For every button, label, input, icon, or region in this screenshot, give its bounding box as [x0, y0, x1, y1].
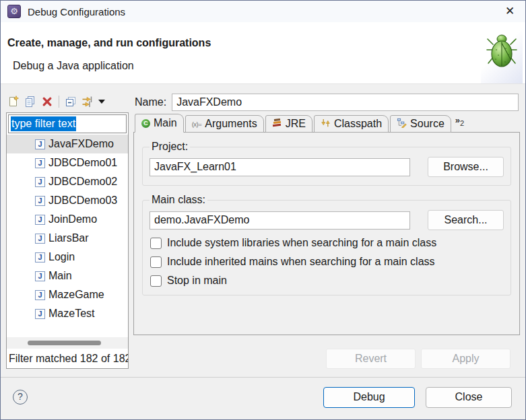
tree-item-label: JDBCDemo01	[48, 157, 117, 169]
name-input[interactable]	[172, 94, 519, 111]
tree-item-label: JDBCDemo03	[48, 195, 117, 207]
main-class-field-row: Search...	[150, 210, 504, 230]
browse-button[interactable]: Browse...	[428, 157, 504, 177]
java-application-icon: J	[35, 309, 45, 319]
project-field-row: Browse...	[150, 157, 504, 177]
debug-configurations-dialog: ⚙ Debug Configurations ✕ Create, manage,…	[0, 0, 526, 420]
toolbar-menu-dropdown-icon[interactable]	[98, 100, 105, 107]
java-application-icon: J	[35, 158, 45, 168]
configurations-tree-panel: type filter text J JavaFXDemo J JDBCDemo…	[6, 112, 129, 369]
tree-horizontal-scrollbar[interactable]	[7, 337, 128, 349]
main-class-group-label: Main class:	[150, 194, 207, 206]
tabs-overflow-indicator[interactable]: »2	[453, 115, 468, 133]
banner	[481, 22, 523, 83]
tree-item-liarsbar[interactable]: J LiarsBar	[7, 229, 128, 248]
filter-input-selected-text: type filter text	[11, 116, 76, 131]
checkbox-label: Include system libraries when searching …	[167, 237, 436, 249]
checkbox-unchecked-icon[interactable]	[150, 238, 162, 249]
tree-item-mazegame[interactable]: J MazeGame	[7, 285, 128, 304]
tree-item-label: MazeGame	[48, 289, 104, 301]
checkbox-label: Stop in main	[167, 275, 227, 287]
tree-item-label: JavaFXDemo	[48, 138, 114, 150]
tree-item-mazetest[interactable]: J MazeTest	[7, 304, 128, 323]
tree-item-joindemo[interactable]: J JoinDemo	[7, 210, 128, 229]
project-input[interactable]	[150, 158, 410, 176]
name-row: Name:	[133, 92, 520, 111]
main-class-input[interactable]	[150, 211, 410, 230]
dialog-footer: ? Debug Close	[1, 377, 525, 419]
tree-item-main[interactable]: J Main	[7, 267, 128, 285]
checkbox-unchecked-icon[interactable]	[150, 275, 162, 287]
java-application-icon: J	[35, 290, 45, 300]
help-icon[interactable]: ?	[13, 390, 28, 405]
sidebar-toolbar	[6, 92, 129, 112]
tree-item-login[interactable]: J Login	[7, 248, 128, 267]
tree-item-jdbcdemo03[interactable]: J JDBCDemo03	[7, 191, 128, 210]
tab-classpath[interactable]: Classpath	[314, 115, 389, 133]
overflow-chevron: »	[455, 115, 460, 125]
tab-jre[interactable]: JRE	[265, 115, 313, 133]
tree-item-label: LiarsBar	[48, 232, 89, 244]
tree-item-label: Login	[48, 251, 75, 263]
arguments-tab-icon: (x)=	[192, 120, 202, 128]
close-button[interactable]: Close	[426, 387, 512, 408]
checkbox-label: Include inherited mains when searching f…	[167, 256, 435, 268]
tab-label: Classpath	[334, 118, 382, 130]
java-application-icon: J	[35, 271, 45, 281]
overflow-count: 2	[460, 119, 464, 127]
tab-arguments[interactable]: (x)= Arguments	[185, 115, 264, 133]
java-application-icon: J	[35, 252, 45, 262]
include-system-libraries-option[interactable]: Include system libraries when searching …	[150, 237, 504, 249]
collapse-all-icon[interactable]	[65, 96, 77, 108]
configurations-tree: J JavaFXDemo J JDBCDemo01 J JDBCDemo02 J…	[7, 135, 128, 337]
stop-in-main-option[interactable]: Stop in main	[150, 275, 504, 287]
delete-configuration-icon[interactable]	[41, 96, 53, 108]
tree-item-jdbcdemo01[interactable]: J JDBCDemo01	[7, 153, 128, 172]
main-tab-icon: C	[141, 119, 150, 128]
apply-button[interactable]: Apply	[421, 349, 511, 369]
java-application-icon: J	[35, 139, 45, 149]
include-inherited-mains-option[interactable]: Include inherited mains when searching f…	[150, 256, 504, 268]
name-label: Name:	[135, 96, 166, 108]
checkbox-unchecked-icon[interactable]	[150, 256, 162, 268]
title-bar: ⚙ Debug Configurations ✕	[1, 1, 525, 22]
jre-tab-icon	[272, 118, 282, 130]
filter-match-status: Filter matched 182 of 182 items	[7, 349, 128, 368]
debug-bug-icon	[486, 32, 517, 74]
tree-item-jdbcdemo02[interactable]: J JDBCDemo02	[7, 172, 128, 191]
new-configuration-icon[interactable]	[7, 96, 20, 108]
tab-label: Main	[154, 117, 177, 129]
revert-button[interactable]: Revert	[326, 349, 416, 369]
main-tab-content: Project: Browse... Main class: Search...	[133, 132, 520, 335]
duplicate-configuration-icon[interactable]	[24, 96, 36, 108]
tab-source[interactable]: Source	[390, 115, 451, 133]
tab-label: JRE	[286, 118, 306, 130]
configuration-detail-panel: Name: C Main (x)= Arguments	[133, 92, 520, 369]
main-class-group: Main class: Search... Include system lib…	[142, 194, 511, 295]
configurations-sidebar: type filter text J JavaFXDemo J JDBCDemo…	[6, 92, 129, 369]
java-application-icon: J	[35, 215, 45, 225]
java-application-icon: J	[35, 177, 45, 187]
window-close-button[interactable]: ✕	[494, 1, 525, 22]
debug-config-window-icon: ⚙	[7, 5, 21, 18]
filter-launch-configurations-icon[interactable]	[81, 96, 94, 108]
header-title: Create, manage, and run configurations	[7, 37, 211, 49]
filter-input[interactable]: type filter text	[8, 114, 127, 133]
header-subtitle: Debug a Java application	[13, 60, 134, 72]
tree-item-label: JoinDemo	[48, 213, 97, 225]
tree-item-label: JDBCDemo02	[48, 176, 117, 188]
project-group: Project: Browse...	[142, 141, 511, 186]
debug-button[interactable]: Debug	[323, 387, 415, 408]
dialog-body: type filter text J JavaFXDemo J JDBCDemo…	[1, 84, 525, 377]
search-button[interactable]: Search...	[428, 210, 504, 230]
java-application-icon: J	[35, 196, 45, 206]
tab-label: Arguments	[205, 118, 257, 130]
dialog-header: Create, manage, and run configurations D…	[1, 22, 525, 84]
tab-main[interactable]: C Main	[135, 114, 184, 133]
tree-item-javafxdemo[interactable]: J JavaFXDemo	[7, 135, 128, 153]
project-group-label: Project:	[150, 141, 190, 153]
configuration-tabs: C Main (x)= Arguments JRE	[133, 111, 520, 133]
scrollbar-thumb[interactable]	[28, 341, 102, 345]
tab-label: Source	[410, 118, 445, 130]
tree-item-label: MazeTest	[48, 308, 94, 320]
